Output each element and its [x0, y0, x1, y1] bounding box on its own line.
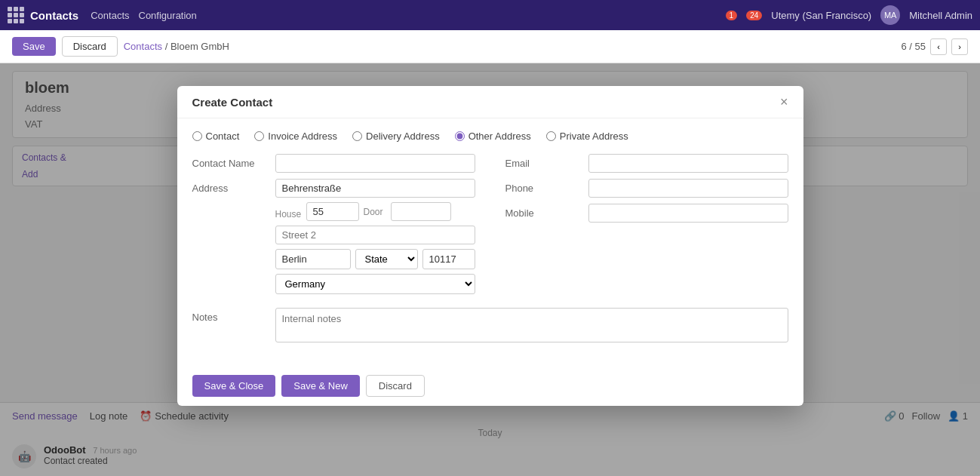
- top-navigation: Contacts Contacts Configuration 1 24 Ute…: [0, 0, 980, 30]
- nav-contacts[interactable]: Contacts: [91, 10, 129, 21]
- city-input[interactable]: [275, 249, 351, 269]
- house-input[interactable]: [306, 202, 359, 221]
- phone-label: Phone: [505, 179, 588, 194]
- badge-1: 1: [726, 11, 738, 20]
- mobile-label: Mobile: [505, 204, 588, 219]
- door-input[interactable]: [391, 202, 451, 221]
- contact-name-field: [275, 154, 475, 173]
- save-button[interactable]: Save: [12, 37, 56, 56]
- next-page-button[interactable]: ›: [951, 38, 968, 55]
- modal-close-button[interactable]: ×: [780, 95, 788, 109]
- modal-discard-button[interactable]: Discard: [366, 375, 425, 397]
- modal-footer: Save & Close Save & New Discard: [177, 366, 803, 406]
- form-grid: Contact Name Address House: [192, 154, 788, 300]
- app-title: Contacts: [30, 9, 78, 22]
- email-field: [588, 154, 788, 173]
- main-content: bloem Address VAT Contacts & Add: [0, 63, 980, 476]
- discard-button[interactable]: Discard: [62, 36, 118, 57]
- mobile-field: [588, 204, 788, 223]
- pagination-count: 6 / 55: [901, 41, 926, 52]
- radio-invoice[interactable]: Invoice Address: [254, 131, 337, 142]
- notes-input[interactable]: [275, 308, 788, 342]
- prev-page-button[interactable]: ‹: [930, 38, 947, 55]
- mobile-input[interactable]: [588, 204, 788, 223]
- form-right: Email Phone: [505, 154, 788, 300]
- email-input[interactable]: [588, 154, 788, 173]
- phone-input[interactable]: [588, 179, 788, 198]
- save-new-button[interactable]: Save & New: [281, 375, 360, 397]
- address-row: Address House Door: [192, 179, 475, 294]
- notes-row: Notes: [192, 308, 788, 345]
- save-close-button[interactable]: Save & Close: [192, 375, 276, 397]
- sub-navigation: Save Discard Contacts / Bloem GmbH 6 / 5…: [0, 30, 980, 63]
- address-label: Address: [192, 179, 275, 194]
- mobile-row: Mobile: [505, 204, 788, 223]
- house-label: House: [275, 209, 302, 220]
- modal-body: Contact Invoice Address Delivery Address…: [177, 118, 803, 366]
- nav-links: Contacts Configuration: [91, 10, 197, 21]
- modal-backdrop: Create Contact × Contact Invoice Address…: [0, 63, 980, 476]
- modal-header: Create Contact ×: [177, 86, 803, 118]
- nav-configuration[interactable]: Configuration: [139, 10, 197, 21]
- user-name: Mitchell Admin: [909, 10, 972, 21]
- location-label: Utemy (San Francisco): [771, 10, 871, 21]
- radio-private[interactable]: Private Address: [546, 131, 628, 142]
- breadcrumb-current: Bloem GmbH: [171, 41, 229, 52]
- badge-2: 24: [746, 11, 762, 20]
- street2-input[interactable]: [275, 226, 475, 244]
- radio-contact[interactable]: Contact: [192, 131, 240, 142]
- breadcrumb-parent[interactable]: Contacts: [124, 41, 162, 52]
- pagination: 6 / 55 ‹ ›: [901, 38, 968, 55]
- form-left: Contact Name Address House: [192, 154, 475, 300]
- address-fields: House Door State: [275, 179, 475, 294]
- user-avatar[interactable]: MA: [880, 5, 900, 25]
- country-select[interactable]: Germany: [275, 274, 475, 294]
- radio-other[interactable]: Other Address: [455, 131, 531, 142]
- contact-name-row: Contact Name: [192, 154, 475, 173]
- topnav-right: 1 24 Utemy (San Francisco) MA Mitchell A…: [726, 5, 972, 25]
- create-contact-modal: Create Contact × Contact Invoice Address…: [177, 86, 803, 406]
- phone-field: [588, 179, 788, 198]
- contact-name-label: Contact Name: [192, 154, 275, 169]
- radio-delivery[interactable]: Delivery Address: [352, 131, 440, 142]
- street-input[interactable]: [275, 179, 475, 198]
- email-row: Email: [505, 154, 788, 173]
- contact-type-radio-group: Contact Invoice Address Delivery Address…: [192, 131, 788, 142]
- breadcrumb: Contacts / Bloem GmbH: [124, 41, 229, 52]
- state-select[interactable]: State: [355, 249, 418, 269]
- email-label: Email: [505, 154, 588, 169]
- zip-input[interactable]: [422, 249, 475, 269]
- contact-name-input[interactable]: [275, 154, 475, 173]
- modal-title: Create Contact: [192, 96, 273, 109]
- notes-label: Notes: [192, 308, 275, 323]
- house-door-row: House Door: [275, 202, 475, 221]
- door-label: Door: [364, 207, 386, 217]
- app-grid-icon[interactable]: [8, 7, 30, 23]
- phone-row: Phone: [505, 179, 788, 198]
- notes-field: [275, 308, 788, 345]
